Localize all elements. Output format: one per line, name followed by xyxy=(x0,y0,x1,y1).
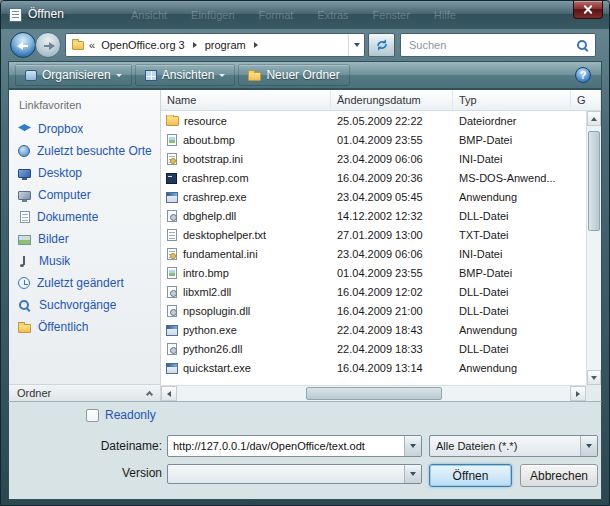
file-name-cell: dbghelp.dll xyxy=(161,210,331,222)
file-row[interactable]: libxml2.dll16.04.2009 12:02DLL-Datei xyxy=(161,282,586,301)
window-icon xyxy=(9,8,22,22)
column-header-name[interactable]: Name xyxy=(161,90,331,110)
search-icon[interactable] xyxy=(576,39,589,52)
sidebar-item-documents[interactable]: Dokumente xyxy=(9,206,160,228)
file-row[interactable]: quickstart.exe16.04.2009 13:14Anwendung xyxy=(161,358,586,377)
desktop-icon xyxy=(18,169,31,178)
vertical-scrollbar[interactable] xyxy=(586,111,601,385)
file-name-cell: python.exe xyxy=(161,324,331,336)
folders-expander[interactable]: Ordner xyxy=(9,384,160,401)
chevron-right-icon[interactable] xyxy=(254,42,258,48)
file-row[interactable]: desktophelper.txt27.01.2009 13:00TXT-Dat… xyxy=(161,225,586,244)
file-row[interactable]: crashrep.exe23.04.2009 05:45Anwendung xyxy=(161,187,586,206)
chevron-right-icon[interactable] xyxy=(193,42,197,48)
file-row[interactable]: crashrep.com16.04.2009 20:36MS-DOS-Anwen… xyxy=(161,168,586,187)
column-header-type[interactable]: Typ xyxy=(453,90,571,110)
sidebar-item-label: Öffentlich xyxy=(38,320,88,334)
horizontal-scroll-thumb[interactable] xyxy=(306,387,442,400)
file-row[interactable]: npsoplugin.dll16.04.2009 21:00DLL-Datei xyxy=(161,301,586,320)
file-row[interactable]: bootstrap.ini23.04.2009 06:06INI-Datei xyxy=(161,149,586,168)
refresh-button[interactable] xyxy=(368,33,395,57)
readonly-label[interactable]: Readonly xyxy=(105,408,156,422)
file-name-cell: npsoplugin.dll xyxy=(161,305,331,317)
file-name: about.bmp xyxy=(183,134,235,146)
sidebar-item-label: Bilder xyxy=(38,232,69,246)
version-combobox[interactable] xyxy=(167,464,422,484)
breadcrumb-dropdown[interactable] xyxy=(348,34,364,56)
sidebar-item-desktop[interactable]: Desktop xyxy=(9,162,160,184)
scroll-right-button[interactable] xyxy=(570,386,586,401)
file-row[interactable]: python.exe22.04.2009 18:43Anwendung xyxy=(161,320,586,339)
ghost-menu-item: Hilfe xyxy=(434,9,456,21)
file-name: python26.dll xyxy=(183,343,242,355)
breadcrumb-segment[interactable]: program xyxy=(203,39,248,51)
sidebar-item-searches[interactable]: Suchvorgänge xyxy=(9,294,160,316)
folder-icon xyxy=(166,116,179,126)
organize-button[interactable]: Organisieren xyxy=(15,64,132,86)
file-name: crashrep.exe xyxy=(183,191,247,203)
chevron-down-icon xyxy=(219,74,225,77)
sidebar-item-computer[interactable]: Computer xyxy=(9,184,160,206)
close-icon xyxy=(584,5,593,14)
column-header-date[interactable]: Änderungsdatum xyxy=(331,90,453,110)
open-button[interactable]: Öffnen xyxy=(429,464,512,487)
file-name-cell: about.bmp xyxy=(161,134,331,146)
file-name: bootstrap.ini xyxy=(183,153,243,165)
forward-button[interactable] xyxy=(35,32,61,58)
file-row[interactable]: resource25.05.2009 22:22Dateiordner xyxy=(161,111,586,130)
back-button[interactable] xyxy=(10,32,36,58)
searches-icon xyxy=(18,299,32,312)
sidebar-item-recent-changes[interactable]: Zuletzt geändert xyxy=(9,272,160,294)
column-header-size[interactable]: G xyxy=(571,90,601,110)
filetype-dropdown-button[interactable] xyxy=(580,436,597,456)
readonly-checkbox[interactable] xyxy=(86,409,99,422)
file-name-cell: libxml2.dll xyxy=(161,286,331,298)
sidebar-item-public[interactable]: Öffentlich xyxy=(9,316,160,338)
cancel-button[interactable]: Abbrechen xyxy=(520,464,598,487)
scroll-left-button[interactable] xyxy=(161,386,177,401)
file-name: quickstart.exe xyxy=(183,362,251,374)
window-title: Öffnen xyxy=(28,1,64,29)
breadcrumb-segment[interactable]: OpenOffice.org 3 xyxy=(99,39,187,51)
ini-file-icon xyxy=(167,248,177,260)
help-button[interactable]: ? xyxy=(575,67,591,83)
version-dropdown-button[interactable] xyxy=(404,465,421,483)
filename-input[interactable] xyxy=(168,436,404,456)
file-type: BMP-Datei xyxy=(453,267,571,279)
recent-places-icon xyxy=(18,145,30,157)
new-folder-button[interactable]: Neuer Ordner xyxy=(238,64,349,86)
file-name-cell: fundamental.ini xyxy=(161,248,331,260)
file-row[interactable]: fundamental.ini23.04.2009 06:06INI-Datei xyxy=(161,244,586,263)
filetype-combobox[interactable]: Alle Dateien (*.*) xyxy=(429,435,598,457)
file-name: fundamental.ini xyxy=(183,248,258,260)
refresh-icon xyxy=(375,38,389,52)
scroll-up-button[interactable] xyxy=(587,111,601,126)
sidebar-item-dropbox[interactable]: Dropbox xyxy=(9,118,160,140)
glass-ghost-menu: AnsichtEinfügenFormatExtrasFensterHilfe xyxy=(131,1,549,29)
filename-dropdown-button[interactable] xyxy=(404,436,421,456)
file-row[interactable]: dbghelp.dll14.12.2002 12:32DLL-Datei xyxy=(161,206,586,225)
views-button[interactable]: Ansichten xyxy=(135,64,236,86)
sidebar-item-music[interactable]: Musik xyxy=(9,250,160,272)
search-input[interactable] xyxy=(407,38,576,52)
file-row[interactable]: python26.dll22.04.2009 18:33DLL-Datei xyxy=(161,339,586,358)
favorites-header: Linkfavoriten xyxy=(9,90,160,118)
dll-file-icon xyxy=(167,286,177,298)
file-row[interactable]: intro.bmp01.04.2009 23:55BMP-Datei xyxy=(161,263,586,282)
file-name-cell: crashrep.com xyxy=(161,172,331,184)
vertical-scroll-thumb[interactable] xyxy=(588,131,600,231)
sidebar-item-pictures[interactable]: Bilder xyxy=(9,228,160,250)
sidebar-item-recent-places[interactable]: Zuletzt besuchte Orte xyxy=(9,140,160,162)
chevron-up-icon xyxy=(146,391,153,398)
list-header: Name Änderungsdatum Typ G xyxy=(161,90,601,111)
horizontal-scrollbar[interactable] xyxy=(161,385,586,401)
file-name-cell: python26.dll xyxy=(161,343,331,355)
breadcrumb[interactable]: « OpenOffice.org 3 program xyxy=(65,33,365,57)
close-button[interactable] xyxy=(573,1,603,19)
scroll-down-button[interactable] xyxy=(587,370,601,385)
ghost-menu-item: Ansicht xyxy=(131,9,167,21)
file-list: Name Änderungsdatum Typ G resource25.05.… xyxy=(161,90,601,401)
file-row[interactable]: about.bmp01.04.2009 23:55BMP-Datei xyxy=(161,130,586,149)
search-box xyxy=(400,33,596,57)
breadcrumb-overflow-chevrons[interactable]: « xyxy=(89,39,95,51)
